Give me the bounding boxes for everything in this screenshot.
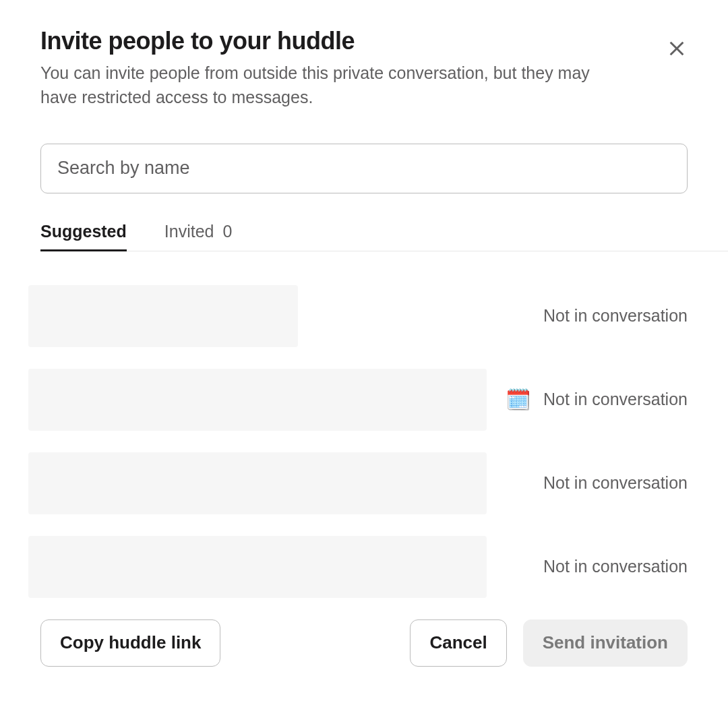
- search-input[interactable]: [40, 144, 688, 193]
- user-placeholder: [28, 536, 487, 598]
- copy-huddle-link-button[interactable]: Copy huddle link: [40, 619, 220, 667]
- list-item[interactable]: Not in conversation: [28, 452, 688, 514]
- list-item-left: [28, 452, 487, 514]
- send-invitation-label: Send invitation: [543, 632, 668, 653]
- tab-invited-count: 0: [222, 222, 232, 241]
- invite-modal: Invite people to your huddle You can inv…: [0, 0, 728, 598]
- list-item-left: [28, 536, 487, 598]
- search-wrapper: [40, 144, 688, 193]
- tab-invited-label: Invited: [164, 222, 214, 241]
- tab-suggested[interactable]: Suggested: [40, 222, 127, 251]
- calendar-icon: 🗓️: [506, 388, 530, 411]
- cancel-label: Cancel: [429, 632, 487, 653]
- list-item-right: Not in conversation: [543, 473, 688, 493]
- list-item-right: Not in conversation: [543, 557, 688, 576]
- tabs: Suggested Invited 0: [40, 222, 728, 251]
- list-item[interactable]: 🗓️ Not in conversation: [28, 369, 688, 431]
- header-text: Invite people to your huddle You can inv…: [40, 27, 593, 110]
- suggested-list: Not in conversation 🗓️ Not in conversati…: [28, 285, 688, 598]
- status-text: Not in conversation: [543, 306, 688, 325]
- footer-right-group: Cancel Send invitation: [410, 619, 688, 667]
- list-item[interactable]: Not in conversation: [28, 285, 688, 347]
- status-text: Not in conversation: [543, 390, 688, 408]
- tab-invited[interactable]: Invited 0: [164, 222, 233, 251]
- list-item-right: Not in conversation: [543, 390, 688, 409]
- list-item-right: Not in conversation: [543, 306, 688, 326]
- cancel-button[interactable]: Cancel: [410, 619, 506, 667]
- modal-footer: Copy huddle link Cancel Send invitation: [0, 619, 728, 667]
- close-button[interactable]: [661, 32, 693, 67]
- list-item[interactable]: Not in conversation: [28, 536, 688, 598]
- status-text: Not in conversation: [543, 473, 688, 492]
- status-text: Not in conversation: [543, 557, 688, 576]
- user-placeholder: [28, 285, 298, 347]
- modal-header: Invite people to your huddle You can inv…: [40, 27, 688, 110]
- tab-suggested-label: Suggested: [40, 222, 127, 241]
- copy-huddle-link-label: Copy huddle link: [60, 632, 201, 653]
- user-placeholder: [28, 369, 487, 431]
- close-icon: [666, 38, 688, 59]
- list-item-left: [28, 285, 298, 347]
- user-placeholder: [28, 452, 487, 514]
- modal-title: Invite people to your huddle: [40, 27, 593, 55]
- list-item-left: 🗓️: [28, 369, 535, 431]
- modal-subtitle: You can invite people from outside this …: [40, 61, 593, 110]
- send-invitation-button[interactable]: Send invitation: [523, 619, 688, 667]
